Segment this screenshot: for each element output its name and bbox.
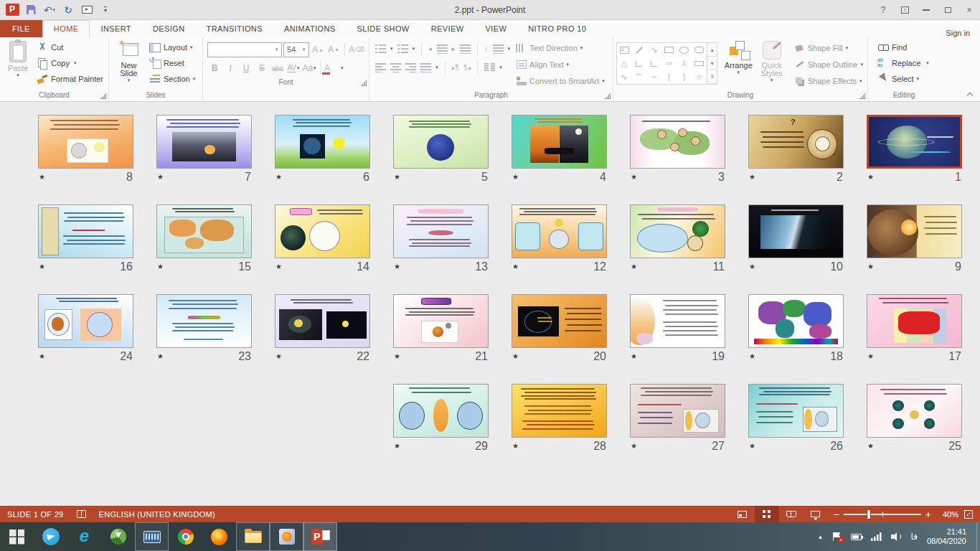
language-indicator[interactable]: ENGLISH (UNITED KINGDOM): [99, 510, 215, 519]
idm-taskbar-button[interactable]: [101, 522, 135, 551]
shape-effects-button[interactable]: Shape Effects▾: [793, 72, 864, 89]
shape-flowchart-icon[interactable]: [692, 57, 706, 70]
slide-thumbnail-29[interactable]: ★29: [393, 384, 489, 453]
shape-scribble-icon[interactable]: ∿: [617, 70, 631, 84]
action-center-flag-icon[interactable]: ×: [833, 532, 842, 541]
ribbon-display-options-button[interactable]: ↑: [894, 0, 915, 19]
select-button[interactable]: Select▾: [875, 71, 931, 87]
gallery-scroll-down-icon[interactable]: ▼: [707, 57, 717, 70]
telegram-taskbar-button[interactable]: [34, 522, 67, 551]
slide-thumbnail-7[interactable]: ★7: [156, 115, 252, 184]
zoom-slider-thumb[interactable]: [867, 509, 871, 519]
slide-thumbnail-24[interactable]: ★24: [38, 294, 133, 364]
gallery-more-icon[interactable]: ⊼: [707, 70, 717, 84]
tab-transitions[interactable]: TRANSITIONS: [196, 20, 273, 37]
zoom-out-button[interactable]: −: [834, 509, 839, 519]
gallery-scroll-up-icon[interactable]: ▲: [707, 43, 717, 57]
slide-thumbnail-12[interactable]: ★12: [512, 204, 607, 274]
line-spacing-icon[interactable]: [493, 44, 504, 54]
slide-sorter-area[interactable]: ★8★7★6★5★4★3?★2★1★16★15★14★13★12★11★10★9…: [0, 103, 980, 506]
replace-button[interactable]: abacReplace▾: [875, 55, 931, 71]
character-spacing-button[interactable]: AV▾: [286, 61, 301, 75]
slide-thumbnail-18[interactable]: ★18: [748, 294, 844, 364]
font-size-combo[interactable]: 54▾: [283, 42, 309, 57]
tab-review[interactable]: REVIEW: [420, 20, 475, 37]
shape-arc-icon[interactable]: [632, 70, 646, 84]
font-color-button[interactable]: A▾: [324, 61, 344, 75]
format-painter-button[interactable]: Format Painter: [34, 71, 105, 87]
shape-star-icon[interactable]: ☆: [692, 70, 706, 84]
fit-slide-to-window-button[interactable]: [964, 510, 973, 519]
strikethrough-button[interactable]: abc: [270, 61, 285, 75]
increase-font-size-button[interactable]: A▲: [311, 42, 325, 57]
paste-button[interactable]: Paste▾: [3, 39, 33, 90]
rtl-text-direction-icon[interactable]: ¶◂: [463, 64, 471, 72]
tab-insert[interactable]: INSERT: [90, 20, 142, 37]
slide-thumbnail-9[interactable]: ★9: [867, 204, 962, 274]
network-signal-icon[interactable]: [871, 532, 882, 541]
slide-thumbnail-6[interactable]: ★6: [275, 115, 370, 184]
file-explorer-taskbar-button[interactable]: [236, 522, 270, 551]
shape-right-arrow-icon[interactable]: ⇨: [662, 57, 677, 70]
align-right-icon[interactable]: [405, 63, 416, 72]
slide-thumbnail-16[interactable]: ★16: [38, 204, 133, 274]
bold-button[interactable]: B: [207, 61, 222, 75]
undo-button[interactable]: ↶▾: [41, 2, 58, 18]
internet-explorer-taskbar-button[interactable]: [67, 522, 101, 551]
shapes-gallery-scrollbar[interactable]: ▲ ▼ ⊼: [707, 42, 717, 85]
increase-indent-icon[interactable]: [460, 44, 471, 54]
slide-thumbnail-15[interactable]: ★15: [156, 204, 252, 274]
shape-line-icon[interactable]: [632, 43, 646, 57]
shape-outline-button[interactable]: Shape Outline▾: [793, 56, 864, 72]
font-dialog-launcher[interactable]: [361, 80, 367, 86]
slide-thumbnail-5[interactable]: ★5: [393, 115, 489, 184]
slide-thumbnail-22[interactable]: ★22: [275, 294, 370, 364]
close-button[interactable]: ×: [958, 0, 980, 19]
justify-icon[interactable]: [420, 63, 431, 72]
chrome-taskbar-button[interactable]: [169, 522, 202, 551]
slide-thumbnail-23[interactable]: ★23: [156, 294, 252, 364]
save-button[interactable]: [22, 2, 39, 18]
quick-styles-button[interactable]: Quick Styles▾: [755, 39, 788, 90]
remote-desktop-taskbar-button[interactable]: [135, 522, 169, 551]
tab-design[interactable]: DESIGN: [142, 20, 196, 37]
shape-rectangle-icon[interactable]: [662, 43, 677, 57]
change-case-button[interactable]: Aa▾: [302, 61, 316, 75]
new-slide-button[interactable]: New Slide▾: [112, 39, 146, 90]
slide-thumbnail-1[interactable]: ★1: [867, 115, 962, 184]
ltr-text-direction-icon[interactable]: ▸¶: [452, 64, 459, 72]
shape-elbow-connector-icon[interactable]: [632, 57, 646, 70]
decrease-indent-icon[interactable]: [437, 44, 448, 54]
language-switcher[interactable]: فا: [911, 532, 918, 542]
tab-animations[interactable]: ANIMATIONS: [273, 20, 347, 37]
shapes-gallery[interactable]: A↘△⇨⇩∿∼{}☆: [616, 42, 707, 85]
slide-thumbnail-26[interactable]: ★26: [748, 384, 844, 453]
font-name-combo[interactable]: ▾: [207, 42, 282, 57]
show-desktop-button[interactable]: [976, 522, 980, 551]
numbering-icon[interactable]: [397, 44, 408, 54]
italic-button[interactable]: I: [223, 61, 237, 75]
shape-elbow-arrow-connector-icon[interactable]: [647, 57, 661, 70]
battery-icon[interactable]: [851, 534, 862, 540]
shape-triangle-icon[interactable]: △: [617, 57, 631, 70]
zoom-level[interactable]: 40%: [937, 510, 958, 519]
zoom-slider[interactable]: [844, 514, 921, 515]
minimize-button[interactable]: [915, 0, 937, 19]
align-left-icon[interactable]: [375, 63, 386, 72]
reset-button[interactable]: Reset: [147, 55, 197, 71]
align-center-icon[interactable]: [390, 63, 401, 72]
media-player-taskbar-button[interactable]: [270, 522, 303, 551]
zoom-in-button[interactable]: +: [925, 509, 931, 519]
slide-thumbnail-28[interactable]: ★28: [512, 384, 607, 453]
find-button[interactable]: Find: [875, 39, 931, 55]
tab-slide-show[interactable]: SLIDE SHOW: [347, 20, 420, 37]
slide-show-button[interactable]: [804, 506, 828, 522]
slide-thumbnail-20[interactable]: ★20: [512, 294, 607, 364]
normal-view-button[interactable]: [730, 506, 755, 522]
tab-nitro-pro-10[interactable]: NITRO PRO 10: [517, 20, 597, 37]
slide-thumbnail-14[interactable]: ★14: [275, 204, 370, 274]
slide-thumbnail-2[interactable]: ?★2: [748, 115, 844, 184]
hidden-icons-button[interactable]: ▲: [818, 534, 824, 540]
shape-rounded-rectangle-icon[interactable]: [692, 43, 706, 57]
slide-thumbnail-25[interactable]: ★25: [867, 384, 962, 453]
